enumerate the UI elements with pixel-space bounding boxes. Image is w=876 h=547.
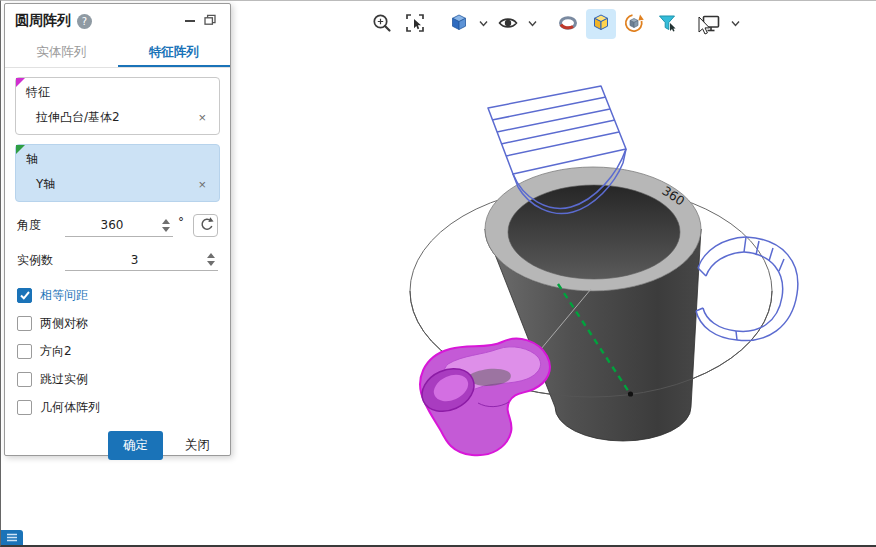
checkbox-unchecked-icon[interactable] — [17, 400, 32, 415]
checkbox-checked-icon[interactable] — [17, 288, 32, 303]
ok-button[interactable]: 确定 — [108, 431, 163, 460]
angle-label: 角度 — [17, 217, 65, 234]
display-settings-dropdown[interactable] — [729, 9, 742, 39]
pattern-type-tabs: 实体阵列 特征阵列 — [5, 38, 230, 68]
axis-group-label: 轴 — [26, 151, 213, 168]
option-list: 相等间距 两侧对称 方向2 跳过实例 几何体阵列 — [15, 281, 220, 421]
view-orientation-button[interactable] — [444, 9, 474, 39]
option-symmetric[interactable]: 两侧对称 — [15, 309, 220, 337]
display-settings-button[interactable] — [696, 9, 726, 39]
axis-endpoint — [628, 391, 633, 396]
checkbox-unchecked-icon[interactable] — [17, 344, 32, 359]
option-equal-spacing[interactable]: 相等间距 — [15, 281, 220, 309]
remove-feature-button[interactable]: × — [193, 110, 211, 125]
angle-input[interactable]: 360 — [65, 215, 173, 237]
display-settings-icon — [700, 12, 722, 37]
view-orientation-cube-icon — [448, 12, 470, 37]
degree-unit: ° — [178, 215, 188, 229]
rotate-view-icon — [623, 12, 645, 37]
view-toolbar — [367, 9, 742, 39]
dialog-body: 特征 拉伸凸台/基体2 × 轴 Y轴 × 角度 360 — [5, 68, 230, 421]
dialog-title: 圆周阵列 — [15, 12, 71, 30]
float-window-button[interactable] — [200, 11, 220, 31]
section-view-button[interactable] — [553, 9, 583, 39]
chevron-down-icon — [527, 17, 538, 32]
zoom-icon — [371, 12, 393, 37]
close-button[interactable]: 关闭 — [179, 436, 216, 455]
shaded-view-button[interactable] — [586, 9, 616, 39]
view-orientation-dropdown[interactable] — [477, 9, 490, 39]
instance-count-value[interactable]: 3 — [65, 253, 204, 267]
instance-count-label: 实例数 — [17, 252, 65, 269]
tab-feature-pattern[interactable]: 特征阵列 — [118, 38, 231, 67]
axis-status-marker-icon — [16, 145, 25, 154]
chevron-down-icon — [730, 17, 741, 32]
remove-axis-button[interactable]: × — [193, 177, 211, 192]
dialog-header: 圆周阵列 ? — [5, 4, 230, 38]
option-direction-2[interactable]: 方向2 — [15, 337, 220, 365]
angle-stepper[interactable] — [159, 219, 173, 232]
app-window: 360 — [0, 0, 876, 547]
feature-selection-group[interactable]: 特征 拉伸凸台/基体2 × — [15, 77, 220, 135]
checkbox-unchecked-icon[interactable] — [17, 372, 32, 387]
shaded-view-cube-icon — [590, 12, 612, 37]
section-view-icon — [557, 12, 579, 37]
selection-filter-button[interactable] — [652, 9, 682, 39]
minimize-button[interactable] — [180, 11, 200, 31]
help-icon[interactable]: ? — [77, 14, 92, 29]
instance-count-row: 实例数 3 — [17, 249, 218, 271]
zoom-button[interactable] — [367, 9, 397, 39]
pattern-preview-right — [696, 237, 798, 341]
reverse-direction-icon — [198, 216, 214, 235]
box-select-button[interactable] — [400, 9, 430, 39]
bottom-panel-toggle-button[interactable] — [1, 530, 23, 545]
angle-row: 角度 360 ° — [17, 214, 218, 237]
instance-count-input[interactable]: 3 — [65, 249, 218, 271]
minimize-icon — [185, 20, 195, 22]
reverse-direction-button[interactable] — [193, 214, 218, 237]
tab-solid-pattern[interactable]: 实体阵列 — [5, 38, 118, 67]
restore-window-icon — [203, 13, 217, 30]
cylinder-model[interactable] — [485, 167, 701, 441]
option-geometry-pattern[interactable]: 几何体阵列 — [15, 393, 220, 421]
box-select-icon — [404, 12, 426, 37]
selected-axis-item[interactable]: Y轴 × — [24, 173, 213, 196]
dialog-footer: 确定 关闭 — [5, 421, 230, 474]
selected-feature-boss-extrude[interactable] — [415, 339, 550, 456]
panel-list-icon — [6, 530, 18, 545]
selection-filter-icon — [656, 12, 678, 37]
axis-selection-group[interactable]: 轴 Y轴 × — [15, 144, 220, 202]
angle-value[interactable]: 360 — [65, 218, 159, 232]
selected-axis-name: Y轴 — [36, 176, 55, 193]
selected-feature-item[interactable]: 拉伸凸台/基体2 × — [24, 106, 213, 129]
visibility-dropdown[interactable] — [526, 9, 539, 39]
checkbox-unchecked-icon[interactable] — [17, 316, 32, 331]
rotate-view-button[interactable] — [619, 9, 649, 39]
option-skip-instances[interactable]: 跳过实例 — [15, 365, 220, 393]
circular-pattern-dialog: 圆周阵列 ? 实体阵列 特征阵列 特征 拉伸凸台/基体2 — [4, 3, 231, 456]
feature-group-label: 特征 — [26, 84, 213, 101]
instance-count-stepper[interactable] — [204, 253, 218, 266]
visibility-button[interactable] — [493, 9, 523, 39]
chevron-down-icon — [478, 17, 489, 32]
selected-feature-name: 拉伸凸台/基体2 — [36, 109, 120, 126]
feature-status-marker-icon — [16, 78, 25, 87]
visibility-eye-icon — [497, 12, 519, 37]
